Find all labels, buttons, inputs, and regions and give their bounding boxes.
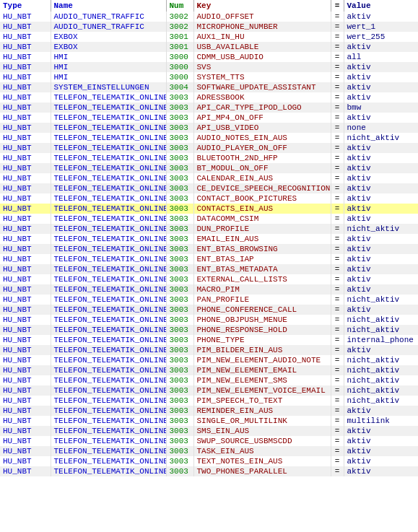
table-cell: bmw xyxy=(344,103,418,113)
table-row[interactable]: HU_NBTTELEFON_TELEMATIK_ONLINE3003PHONE_… xyxy=(0,325,418,335)
table-cell: aktiv xyxy=(344,274,418,284)
table-cell: nicht_aktiv xyxy=(344,396,418,406)
table-row[interactable]: HU_NBTTELEFON_TELEMATIK_ONLINE3003PIM_NE… xyxy=(0,385,418,396)
table-cell: = xyxy=(331,254,344,264)
table-cell: = xyxy=(331,335,344,345)
table-cell: HU_NBT xyxy=(0,295,51,305)
table-cell: 3003 xyxy=(166,365,193,375)
table-cell: EXTERNAL_CALL_LISTS xyxy=(193,274,331,284)
table-cell: TELEFON_TELEMATIK_ONLINE xyxy=(51,375,166,385)
table-cell: aktiv xyxy=(344,92,418,103)
table-row[interactable]: HU_NBTAUDIO_TUNER_TRAFFIC3002MICROPHONE_… xyxy=(0,22,418,32)
table-row[interactable]: HU_NBTTELEFON_TELEMATIK_ONLINE3003API_MP… xyxy=(0,113,418,123)
table-row[interactable]: HU_NBTSYSTEM_EINSTELLUNGEN3004SOFTWARE_U… xyxy=(0,82,418,92)
table-cell: TELEFON_TELEMATIK_ONLINE xyxy=(51,103,166,113)
table-row[interactable]: HU_NBTEXBOX3001USB_AVAILABLE=aktiv xyxy=(0,42,418,52)
table-cell: nicht_aktiv xyxy=(344,365,418,375)
table-row[interactable]: HU_NBTHMI3000SVS=aktiv xyxy=(0,62,418,72)
col-header-num: Num xyxy=(166,0,193,12)
table-cell: 3003 xyxy=(166,466,193,476)
table-row[interactable]: HU_NBTTELEFON_TELEMATIK_ONLINE3003TASK_E… xyxy=(0,446,418,456)
table-row[interactable]: HU_NBTTELEFON_TELEMATIK_ONLINE3003CONTAC… xyxy=(0,204,418,214)
table-cell: = xyxy=(331,82,344,92)
table-row[interactable]: HU_NBTTELEFON_TELEMATIK_ONLINE3003AUDIO_… xyxy=(0,133,418,143)
table-cell: = xyxy=(331,173,344,183)
table-row[interactable]: HU_NBTTELEFON_TELEMATIK_ONLINE3003API_US… xyxy=(0,123,418,133)
table-row[interactable]: HU_NBTTELEFON_TELEMATIK_ONLINE3003ENT_BT… xyxy=(0,244,418,254)
table-cell: 3003 xyxy=(166,234,193,244)
table-cell: 3003 xyxy=(166,274,193,284)
table-row[interactable]: HU_NBTHMI3000CDMM_USB_AUDIO=all xyxy=(0,52,418,62)
table-row[interactable]: HU_NBTTELEFON_TELEMATIK_ONLINE3003CE_DEV… xyxy=(0,183,418,193)
table-row[interactable]: HU_NBTTELEFON_TELEMATIK_ONLINE3003PIM_NE… xyxy=(0,355,418,365)
table-cell: = xyxy=(331,264,344,274)
table-row[interactable]: HU_NBTTELEFON_TELEMATIK_ONLINE3003EMAIL_… xyxy=(0,234,418,244)
table-cell: aktiv xyxy=(344,406,418,416)
table-cell: 3003 xyxy=(166,335,193,345)
table-cell: 3003 xyxy=(166,295,193,305)
table-row[interactable]: HU_NBTTELEFON_TELEMATIK_ONLINE3003PHONE_… xyxy=(0,315,418,325)
table-cell: 3003 xyxy=(166,103,193,113)
table-row[interactable]: HU_NBTTELEFON_TELEMATIK_ONLINE3003PHONE_… xyxy=(0,305,418,315)
table-row[interactable]: HU_NBTEXBOX3001AUX1_IN_HU=wert_255 xyxy=(0,32,418,42)
table-row[interactable]: HU_NBTTELEFON_TELEMATIK_ONLINE3003API_CA… xyxy=(0,103,418,113)
table-row[interactable]: HU_NBTTELEFON_TELEMATIK_ONLINE3003DATACO… xyxy=(0,214,418,224)
table-cell: PIM_NEW_ELEMENT_SMS xyxy=(193,375,331,385)
table-cell: TELEFON_TELEMATIK_ONLINE xyxy=(51,325,166,335)
table-row[interactable]: HU_NBTTELEFON_TELEMATIK_ONLINE3003PIM_NE… xyxy=(0,375,418,385)
table-cell: TELEFON_TELEMATIK_ONLINE xyxy=(51,274,166,284)
table-cell: = xyxy=(331,355,344,365)
table-row[interactable]: HU_NBTTELEFON_TELEMATIK_ONLINE3003ENT_BT… xyxy=(0,254,418,264)
table-row[interactable]: HU_NBTTELEFON_TELEMATIK_ONLINE3003ENT_BT… xyxy=(0,264,418,274)
table-cell: aktiv xyxy=(344,113,418,123)
table-row[interactable]: HU_NBTTELEFON_TELEMATIK_ONLINE3003CALEND… xyxy=(0,173,418,183)
table-cell: = xyxy=(331,345,344,355)
table-row[interactable]: HU_NBTTELEFON_TELEMATIK_ONLINE3003BLUETO… xyxy=(0,153,418,163)
table-row[interactable]: HU_NBTTELEFON_TELEMATIK_ONLINE3003SINGLE… xyxy=(0,416,418,426)
table-cell: TELEFON_TELEMATIK_ONLINE xyxy=(51,426,166,436)
table-cell: PIM_NEW_ELEMENT_EMAIL xyxy=(193,365,331,375)
table-cell: = xyxy=(331,214,344,224)
table-cell: SWUP_SOURCE_USBMSCDD xyxy=(193,436,331,446)
table-row[interactable]: HU_NBTTELEFON_TELEMATIK_ONLINE3003SMS_EI… xyxy=(0,426,418,436)
table-cell: = xyxy=(331,466,344,476)
table-cell: HU_NBT xyxy=(0,163,51,173)
table-row[interactable]: HU_NBTHMI3000SYSTEM_TTS=aktiv xyxy=(0,72,418,82)
table-cell: = xyxy=(331,42,344,52)
table-row[interactable]: HU_NBTAUDIO_TUNER_TRAFFIC3002AUDIO_OFFSE… xyxy=(0,12,418,22)
table-cell: SOFTWARE_UPDATE_ASSISTANT xyxy=(193,82,331,92)
table-cell: HU_NBT xyxy=(0,355,51,365)
table-row[interactable]: HU_NBTTELEFON_TELEMATIK_ONLINE3003DUN_PR… xyxy=(0,224,418,234)
table-row[interactable]: HU_NBTTELEFON_TELEMATIK_ONLINE3003PAN_PR… xyxy=(0,295,418,305)
table-cell: nicht_aktiv xyxy=(344,325,418,335)
table-cell: TELEFON_TELEMATIK_ONLINE xyxy=(51,315,166,325)
table-row[interactable]: HU_NBTTELEFON_TELEMATIK_ONLINE3003PIM_BI… xyxy=(0,345,418,355)
table-row[interactable]: HU_NBTTELEFON_TELEMATIK_ONLINE3003EXTERN… xyxy=(0,274,418,284)
table-row[interactable]: HU_NBTTELEFON_TELEMATIK_ONLINE3003SWUP_S… xyxy=(0,436,418,446)
table-cell: PIM_NEW_ELEMENT_AUDIO_NOTE xyxy=(193,355,331,365)
table-cell: CDMM_USB_AUDIO xyxy=(193,52,331,62)
table-cell: TELEFON_TELEMATIK_ONLINE xyxy=(51,204,166,214)
table-cell: TELEFON_TELEMATIK_ONLINE xyxy=(51,214,166,224)
table-cell: API_MP4_ON_OFF xyxy=(193,113,331,123)
table-row[interactable]: HU_NBTTELEFON_TELEMATIK_ONLINE3003TEXT_N… xyxy=(0,456,418,466)
table-cell: 3003 xyxy=(166,264,193,274)
table-cell: TELEFON_TELEMATIK_ONLINE xyxy=(51,406,166,416)
table-cell: 3000 xyxy=(166,52,193,62)
table-cell: HU_NBT xyxy=(0,103,51,113)
table-cell: 3003 xyxy=(166,426,193,436)
table-row[interactable]: HU_NBTTELEFON_TELEMATIK_ONLINE3003CONTAC… xyxy=(0,193,418,204)
table-row[interactable]: HU_NBTTELEFON_TELEMATIK_ONLINE3003TWO_PH… xyxy=(0,466,418,476)
table-row[interactable]: HU_NBTTELEFON_TELEMATIK_ONLINE3003BT_MOD… xyxy=(0,163,418,173)
table-cell: = xyxy=(331,416,344,426)
table-row[interactable]: HU_NBTTELEFON_TELEMATIK_ONLINE3003AUDIO_… xyxy=(0,143,418,153)
table-row[interactable]: HU_NBTTELEFON_TELEMATIK_ONLINE3003ADRESS… xyxy=(0,92,418,103)
table-row[interactable]: HU_NBTTELEFON_TELEMATIK_ONLINE3003REMIND… xyxy=(0,406,418,416)
table-row[interactable]: HU_NBTTELEFON_TELEMATIK_ONLINE3003PIM_SP… xyxy=(0,396,418,406)
table-cell: = xyxy=(331,426,344,436)
table-cell: TELEFON_TELEMATIK_ONLINE xyxy=(51,234,166,244)
table-row[interactable]: HU_NBTTELEFON_TELEMATIK_ONLINE3003PIM_NE… xyxy=(0,365,418,375)
table-row[interactable]: HU_NBTTELEFON_TELEMATIK_ONLINE3003MACRO_… xyxy=(0,284,418,295)
table-cell: aktiv xyxy=(344,204,418,214)
table-row[interactable]: HU_NBTTELEFON_TELEMATIK_ONLINE3003PHONE_… xyxy=(0,335,418,345)
